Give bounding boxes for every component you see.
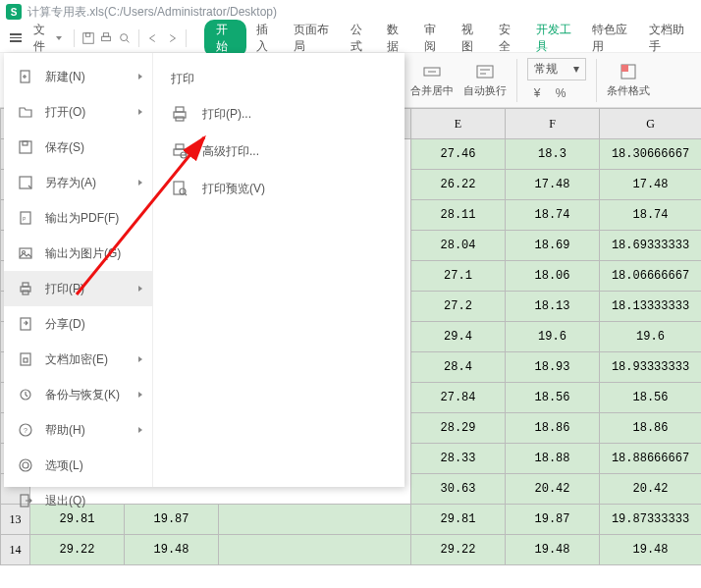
cell[interactable]: 18.88 (506, 444, 600, 474)
tab-security[interactable]: 安全 (491, 18, 526, 59)
cell[interactable]: 29.81 (411, 505, 506, 535)
cell[interactable] (219, 535, 411, 565)
tab-special[interactable]: 特色应用 (584, 18, 639, 59)
cell[interactable]: 28.29 (411, 413, 506, 444)
svg-point-30 (23, 462, 28, 468)
print-icon[interactable] (98, 28, 114, 48)
cell[interactable]: 26.22 (411, 170, 506, 200)
menu-new[interactable]: 新建(N) (4, 59, 152, 94)
cell[interactable]: 17.48 (600, 170, 701, 200)
wrap-button[interactable]: 自动换行 (463, 62, 507, 98)
menu-share[interactable]: 分享(D) (4, 306, 152, 342)
tab-view[interactable]: 视图 (454, 18, 489, 59)
redo-icon[interactable] (163, 28, 179, 48)
share-icon (18, 316, 33, 332)
cell[interactable]: 18.86 (600, 413, 701, 444)
menu-pdf[interactable]: P输出为PDF(F) (4, 200, 152, 236)
menu-options[interactable]: 选项(L) (4, 448, 152, 483)
row-header[interactable]: 14 (1, 535, 30, 565)
cell[interactable]: 18.06666667 (600, 261, 701, 292)
menu-print[interactable]: 打印(P) (4, 271, 152, 306)
cell[interactable]: 19.6 (506, 322, 600, 352)
cell[interactable]: 28.04 (411, 231, 506, 261)
cell[interactable]: 18.3 (506, 139, 600, 170)
submenu-print-preview[interactable]: 打印预览(V) (153, 170, 404, 207)
menu-share-label: 分享(D) (45, 316, 85, 333)
svg-rect-24 (21, 318, 30, 330)
cell[interactable]: 17.48 (506, 170, 600, 200)
number-format-select[interactable]: 常规▾ (527, 58, 586, 80)
cell[interactable]: 18.13333333 (600, 292, 701, 322)
printer-gear-icon (171, 142, 189, 160)
merge-button[interactable]: 合并居中 (410, 62, 454, 98)
menu-icon[interactable] (6, 29, 26, 46)
cell[interactable]: 18.74 (506, 200, 600, 231)
cell[interactable]: 18.69333333 (600, 231, 701, 261)
print-icon (18, 281, 33, 296)
menu-image[interactable]: 输出为图片(G) (4, 236, 152, 271)
col-header-g[interactable]: G (600, 109, 701, 139)
col-header-e[interactable]: E (411, 109, 506, 139)
menu-backup[interactable]: 备份与恢复(K) (4, 377, 152, 412)
cell[interactable]: 19.87 (506, 505, 600, 535)
menu-save[interactable]: 保存(S) (4, 130, 152, 165)
tab-review[interactable]: 审阅 (416, 18, 452, 59)
cell[interactable]: 27.84 (411, 383, 506, 413)
cell[interactable]: 20.42 (600, 474, 701, 505)
save-icon[interactable] (81, 28, 96, 48)
preview-icon[interactable] (117, 28, 133, 48)
cell[interactable]: 19.48 (506, 535, 600, 565)
cell[interactable]: 18.30666667 (600, 139, 701, 170)
cell[interactable]: 27.46 (411, 139, 506, 170)
cell[interactable]: 18.93333333 (600, 352, 701, 383)
tab-helper[interactable]: 文档助手 (641, 18, 696, 59)
file-menu-button[interactable]: 文件 (27, 20, 68, 57)
conditional-format-button[interactable]: 条件格式 (607, 62, 650, 98)
col-header-f[interactable]: F (506, 109, 600, 139)
cell[interactable]: 18.69 (506, 231, 600, 261)
tab-start[interactable]: 开始 (204, 20, 247, 57)
cond-format-label: 条件格式 (607, 83, 650, 98)
cell[interactable]: 29.22 (411, 535, 506, 565)
cell[interactable]: 18.86 (506, 413, 600, 444)
separator (596, 59, 597, 102)
menu-encrypt[interactable]: 文档加密(E) (4, 342, 152, 377)
undo-icon[interactable] (145, 28, 161, 48)
menu-saveas[interactable]: 另存为(A) (4, 165, 152, 200)
cell[interactable]: 18.88666667 (600, 444, 701, 474)
cell[interactable]: 28.11 (411, 200, 506, 231)
cell[interactable]: 28.4 (411, 352, 506, 383)
menu-help[interactable]: ?帮助(H) (4, 412, 152, 448)
currency-icon[interactable]: ¥ (527, 83, 547, 103)
cell[interactable]: 30.63 (411, 474, 506, 505)
percent-icon[interactable]: % (551, 83, 570, 103)
menu-open[interactable]: 打开(O) (4, 94, 152, 130)
submenu-print[interactable]: 打印(P)... (153, 95, 404, 133)
cell[interactable]: 19.87333333 (600, 505, 701, 535)
cell[interactable]: 19.48 (600, 535, 701, 565)
cell[interactable]: 19.6 (600, 322, 701, 352)
cell[interactable] (219, 505, 411, 535)
cell[interactable]: 20.42 (506, 474, 600, 505)
merge-label: 合并居中 (410, 83, 454, 98)
menu-exit[interactable]: 退出(Q) (4, 483, 152, 518)
cell[interactable]: 18.74 (600, 200, 701, 231)
cell[interactable]: 28.33 (411, 444, 506, 474)
svg-point-4 (120, 33, 127, 40)
save-icon (18, 139, 33, 155)
cell[interactable]: 18.56 (506, 383, 600, 413)
tab-devtools[interactable]: 开发工具 (528, 18, 583, 59)
submenu-advanced-print[interactable]: 高级打印... (153, 133, 404, 170)
cell[interactable]: 18.56 (600, 383, 701, 413)
cell[interactable]: 29.4 (411, 322, 506, 352)
cell[interactable]: 18.13 (506, 292, 600, 322)
open-icon (18, 104, 33, 120)
cell[interactable]: 19.48 (125, 535, 219, 565)
cell[interactable]: 18.06 (506, 261, 600, 292)
menu-open-label: 打开(O) (45, 104, 85, 121)
svg-rect-35 (176, 117, 184, 121)
cell[interactable]: 27.2 (411, 292, 506, 322)
cell[interactable]: 27.1 (411, 261, 506, 292)
cell[interactable]: 18.93 (506, 352, 600, 383)
cell[interactable]: 29.22 (30, 535, 125, 565)
